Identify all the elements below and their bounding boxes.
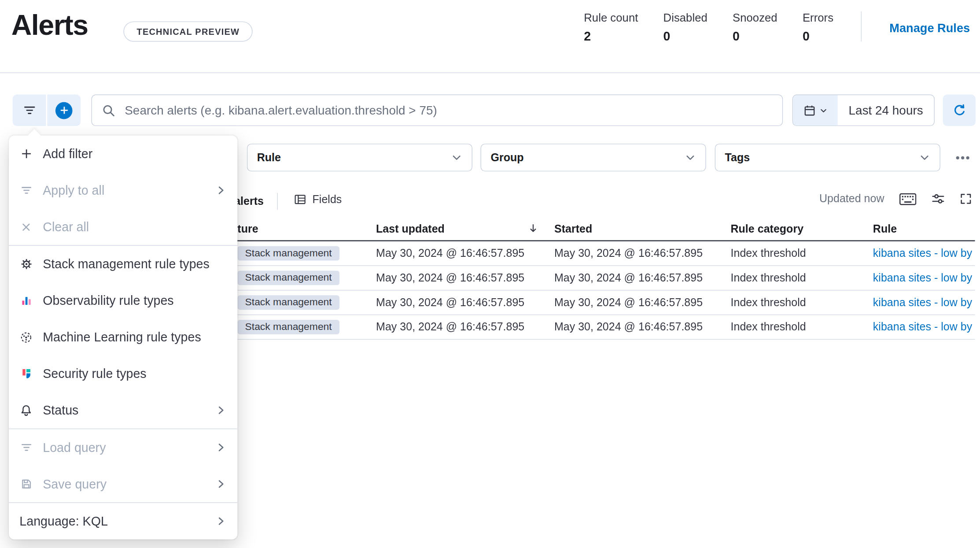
chevron-right-icon [215, 478, 227, 490]
column-header-rule-category[interactable]: Rule category [730, 222, 803, 236]
manage-rules-link[interactable]: Manage Rules [889, 22, 970, 35]
column-header-started[interactable]: Started [554, 222, 592, 236]
fullscreen-icon[interactable] [960, 193, 972, 205]
filter-icon [19, 442, 33, 453]
search-box [91, 95, 783, 126]
more-filters-button[interactable] [948, 144, 976, 171]
menu-item-status[interactable]: Status [9, 392, 237, 429]
menu-item-load-query[interactable]: Load query [9, 429, 237, 466]
menu-item-label: Clear all [43, 220, 89, 234]
time-range-button[interactable]: Last 24 hours [838, 95, 934, 126]
menu-item-observability-rule-types[interactable]: Observability rule types [9, 282, 237, 319]
popover-group-language: Language: KQL [9, 503, 237, 540]
group-filter-select[interactable]: Group [481, 144, 706, 171]
menu-item-language-kql[interactable]: Language: KQL [9, 503, 237, 540]
feature-badge: Stack management [237, 246, 339, 261]
search-icon [102, 104, 115, 117]
rule-link[interactable]: kibana sites - low by [873, 271, 975, 285]
started-cell: May 30, 2024 @ 16:46:57.895 [554, 247, 703, 260]
tags-filter-select[interactable]: Tags [715, 144, 940, 171]
popover-group-filters: Add filter Apply to all Clear all [9, 136, 237, 246]
display-options-icon[interactable] [932, 192, 945, 205]
menu-item-label: Load query [43, 440, 106, 455]
cross-icon [19, 222, 33, 232]
sort-descending-icon[interactable] [528, 223, 538, 233]
header-divider [861, 11, 862, 42]
popover-group-queries: Load query Save query [9, 429, 237, 503]
filter-button-group [13, 95, 81, 126]
date-picker-toggle[interactable] [793, 95, 838, 126]
table-row: Stack management May 30, 2024 @ 16:46:57… [234, 266, 975, 291]
stat-label: Disabled [663, 11, 707, 25]
menu-item-label: Save query [43, 477, 107, 491]
add-filter-button[interactable] [47, 95, 81, 126]
menu-item-apply-to-all[interactable]: Apply to all [9, 172, 237, 209]
stat-snoozed: Snoozed 0 [733, 11, 777, 44]
feature-badge: Stack management [237, 270, 339, 285]
menu-item-label: Security rule types [43, 367, 146, 381]
rule-category-cell: Index threshold [730, 247, 806, 260]
menu-item-stack-management-rule-types[interactable]: Stack management rule types [9, 246, 237, 282]
search-input[interactable] [123, 102, 772, 118]
stat-errors: Errors 0 [803, 11, 833, 44]
menu-item-label: Language: KQL [19, 514, 107, 529]
keyboard-shortcuts-icon[interactable] [899, 193, 917, 205]
select-label: Group [490, 151, 523, 164]
table-row: Stack management May 30, 2024 @ 16:46:57… [234, 315, 975, 340]
filter-popover: Add filter Apply to all Clear all [9, 136, 237, 540]
rule-link[interactable]: kibana sites - low by [873, 247, 975, 260]
rule-filter-select[interactable]: Rule [247, 144, 472, 171]
stat-rule-count: Rule count 2 [584, 11, 638, 44]
toolbar-right: Updated now [819, 192, 972, 205]
column-header-last-updated[interactable]: Last updated [376, 222, 445, 236]
menu-item-clear-all[interactable]: Clear all [9, 209, 237, 245]
select-label: Tags [725, 151, 750, 164]
chevron-right-icon [215, 404, 227, 416]
popover-group-rule-types: Stack management rule types Observabilit… [9, 246, 237, 429]
chevron-right-icon [215, 185, 227, 196]
menu-item-add-filter[interactable]: Add filter [9, 136, 237, 172]
started-cell: May 30, 2024 @ 16:46:57.895 [554, 296, 703, 309]
started-cell: May 30, 2024 @ 16:46:57.895 [554, 271, 703, 285]
menu-item-save-query[interactable]: Save query [9, 466, 237, 502]
menu-item-label: Stack management rule types [43, 257, 210, 271]
stat-value: 0 [733, 29, 777, 44]
refresh-button[interactable] [943, 95, 976, 126]
menu-item-label: Machine Learning rule types [43, 330, 201, 344]
chevron-right-icon [215, 515, 227, 527]
rule-category-cell: Index threshold [730, 296, 806, 309]
menu-item-label: Status [43, 403, 78, 418]
updated-label: Updated now [819, 192, 884, 205]
observability-bars-icon [19, 295, 33, 307]
last-updated-cell: May 30, 2024 @ 16:46:57.895 [376, 271, 524, 285]
stat-label: Rule count [584, 11, 638, 25]
last-updated-cell: May 30, 2024 @ 16:46:57.895 [376, 320, 524, 333]
save-icon [19, 478, 33, 490]
refresh-icon [953, 104, 966, 117]
chevron-right-icon [215, 442, 227, 453]
last-updated-cell: May 30, 2024 @ 16:46:57.895 [376, 247, 524, 260]
column-header-feature[interactable]: ture [237, 222, 258, 236]
fields-button[interactable]: Fields [291, 192, 346, 207]
menu-item-security-rule-types[interactable]: Security rule types [9, 355, 237, 392]
fields-icon [294, 193, 306, 205]
column-header-rule[interactable]: Rule [873, 222, 897, 236]
menu-item-label: Add filter [43, 147, 92, 161]
plus-in-circle-icon [55, 102, 73, 119]
stat-value: 0 [663, 29, 707, 44]
rule-category-cell: Index threshold [730, 271, 806, 285]
technical-preview-badge: TECHNICAL PREVIEW [123, 22, 253, 42]
menu-item-label: Observability rule types [43, 293, 173, 308]
filter-menu-button[interactable] [13, 95, 46, 126]
table-row: Stack management May 30, 2024 @ 16:46:57… [234, 241, 975, 266]
stat-value: 2 [584, 29, 638, 44]
feature-badge: Stack management [237, 295, 339, 310]
stat-value: 0 [803, 29, 833, 44]
plus-icon [19, 148, 33, 159]
machine-learning-icon [19, 331, 33, 343]
rule-link[interactable]: kibana sites - low by [873, 296, 975, 309]
feature-badge: Stack management [237, 320, 339, 334]
alerts-table: ture Last updated Started Rule category … [234, 218, 975, 340]
menu-item-machine-learning-rule-types[interactable]: Machine Learning rule types [9, 319, 237, 355]
rule-link[interactable]: kibana sites - low by [873, 320, 975, 333]
